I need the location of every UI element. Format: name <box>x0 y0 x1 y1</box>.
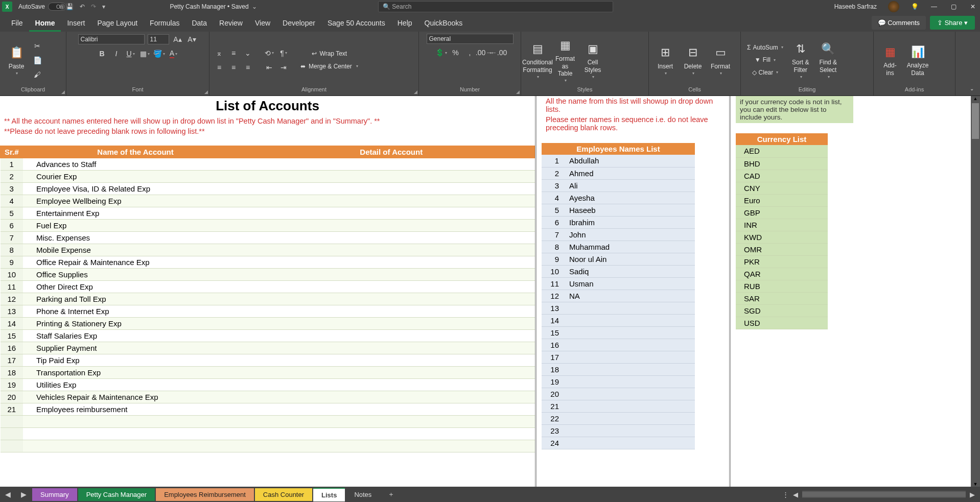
table-row[interactable]: 9Office Repair & Maintenance Exp <box>1 256 535 269</box>
table-row[interactable]: OMR <box>736 243 828 255</box>
hscroll-left-icon[interactable]: ◀ <box>793 491 798 498</box>
table-row[interactable]: INR <box>736 219 828 231</box>
table-row[interactable]: BHD <box>736 157 828 170</box>
close-icon[interactable]: ✕ <box>969 3 977 10</box>
document-title[interactable]: Petty Cash Manager • Saved <box>170 3 248 10</box>
align-left-icon[interactable]: ≡ <box>214 62 225 73</box>
table-row[interactable] <box>1 416 535 428</box>
minimize-icon[interactable]: — <box>930 3 938 10</box>
table-row[interactable]: 1Advances to Staff <box>1 158 535 171</box>
accounts-table[interactable]: Sr.# Name of the Account Detail of Accou… <box>0 146 535 452</box>
ribbon-tab-page-layout[interactable]: Page Layout <box>91 16 144 32</box>
align-center-icon[interactable]: ≡ <box>228 62 239 73</box>
direction-icon[interactable]: ¶▾ <box>278 47 289 59</box>
employees-table[interactable]: Employees Names List 1Abdullah2Ahmed3Ali… <box>542 143 695 449</box>
title-dropdown-icon[interactable]: ⌄ <box>252 3 257 10</box>
table-row[interactable]: 20 <box>542 388 695 400</box>
table-row[interactable]: 18Transportation Exp <box>1 367 535 379</box>
format-painter-icon[interactable]: 🖌 <box>32 69 43 80</box>
table-row[interactable]: 10Office Supplies <box>1 269 535 281</box>
border-icon[interactable]: ▦▾ <box>139 48 151 59</box>
table-row[interactable]: 7Misc. Expenses <box>1 232 535 244</box>
table-row[interactable]: 12Parking and Toll Exp <box>1 293 535 305</box>
user-avatar[interactable] <box>888 1 899 12</box>
table-row[interactable]: 9Noor ul Ain <box>542 253 695 265</box>
table-row[interactable]: 12NA <box>542 290 695 302</box>
table-row[interactable]: 11Other Direct Exp <box>1 281 535 293</box>
table-row[interactable]: 8Mobile Expense <box>1 244 535 256</box>
font-color-icon[interactable]: A▾ <box>168 48 179 59</box>
decrease-indent-icon[interactable]: ⇤ <box>264 62 275 73</box>
table-row[interactable]: 24 <box>542 437 695 449</box>
tab-options-icon[interactable]: ⋮ <box>782 491 789 498</box>
insert-cells-button[interactable]: ⊞Insert▾ <box>653 43 678 77</box>
collapse-ribbon-icon[interactable]: ⌄ <box>970 86 974 91</box>
delete-cells-button[interactable]: ⊟Delete▾ <box>681 43 705 77</box>
font-dialog-icon[interactable]: ◢ <box>204 89 208 94</box>
table-row[interactable]: CAD <box>736 170 828 182</box>
table-row[interactable]: 3Employee Visa, ID & Related Exp <box>1 183 535 195</box>
increase-decimal-icon[interactable]: .00→ <box>479 47 490 58</box>
table-row[interactable]: 11Usman <box>542 277 695 290</box>
comments-button[interactable]: 💬 Comments <box>872 16 926 30</box>
search-box[interactable]: 🔍 Search <box>378 1 613 12</box>
table-row[interactable]: 14Printing & Stationery Exp <box>1 318 535 330</box>
table-row[interactable]: 14 <box>542 314 695 326</box>
format-as-table-button[interactable]: ▦ Format as Table▾ <box>553 36 577 84</box>
table-row[interactable]: 23 <box>542 424 695 437</box>
fill-button[interactable]: ▼Fill▾ <box>745 55 785 64</box>
ribbon-tab-data[interactable]: Data <box>185 16 213 32</box>
table-row[interactable]: 10Sadiq <box>542 265 695 277</box>
add-sheet-button[interactable]: ＋ <box>381 488 402 501</box>
table-row[interactable]: 21Employees reimbursement <box>1 403 535 416</box>
table-row[interactable]: 20Vehicles Repair & Maintenance Exp <box>1 391 535 403</box>
sheet-tab-pcm[interactable]: Petty Cash Manager <box>78 488 155 501</box>
decrease-font-icon[interactable]: A▾ <box>186 34 198 45</box>
font-size-input[interactable] <box>148 34 169 44</box>
ribbon-tab-view[interactable]: View <box>249 16 276 32</box>
table-row[interactable]: SGD <box>736 304 828 317</box>
table-row[interactable]: 5Haseeb <box>542 204 695 216</box>
table-row[interactable] <box>1 428 535 440</box>
sort-filter-button[interactable]: ⇅Sort & Filter▾ <box>788 39 813 80</box>
table-row[interactable]: PKR <box>736 255 828 268</box>
table-row[interactable]: 16Supplier Payment <box>1 342 535 354</box>
wrap-text-button[interactable]: ↩Wrap Text <box>298 49 360 58</box>
table-row[interactable]: 7John <box>542 228 695 241</box>
table-row[interactable]: 2Ahmed <box>542 167 695 179</box>
align-top-icon[interactable]: ⌅ <box>214 47 225 59</box>
table-row[interactable]: 3Ali <box>542 179 695 192</box>
table-row[interactable]: 21 <box>542 400 695 412</box>
align-right-icon[interactable]: ≡ <box>242 62 253 73</box>
table-row[interactable]: RUB <box>736 280 828 292</box>
autosum-button[interactable]: ΣAutoSum▾ <box>745 43 785 52</box>
table-row[interactable]: 5Entertainment Exp <box>1 207 535 220</box>
table-row[interactable]: 19 <box>542 375 695 388</box>
decrease-decimal-icon[interactable]: ←.00 <box>493 47 504 58</box>
user-name[interactable]: Haseeb Sarfraz <box>834 3 877 10</box>
table-row[interactable]: 4Ayesha <box>542 192 695 204</box>
align-bottom-icon[interactable]: ⌄ <box>242 47 253 59</box>
bold-icon[interactable]: B <box>97 48 108 59</box>
table-row[interactable]: 22 <box>542 412 695 424</box>
ribbon-tab-help[interactable]: Help <box>391 16 418 32</box>
sheet-tab-reimbursement[interactable]: Employees Reimbursement <box>156 488 254 501</box>
font-name-input[interactable] <box>78 34 145 44</box>
number-dialog-icon[interactable]: ◢ <box>516 89 520 94</box>
vertical-scrollbar[interactable]: ▲ ▼ <box>971 96 980 487</box>
table-row[interactable]: 17Tip Paid Exp <box>1 354 535 367</box>
ribbon-tab-formulas[interactable]: Formulas <box>144 16 185 32</box>
hint-icon[interactable]: 💡 <box>911 3 919 10</box>
cut-icon[interactable]: ✂ <box>32 40 43 52</box>
table-row[interactable]: 17 <box>542 351 695 363</box>
table-row[interactable]: 1Abdullah <box>542 155 695 167</box>
analyze-data-button[interactable]: 📊Analyze Data <box>905 42 930 78</box>
accounting-format-icon[interactable]: 💲▾ <box>436 47 447 58</box>
align-middle-icon[interactable]: ≡ <box>228 47 239 59</box>
maximize-icon[interactable]: ▢ <box>949 3 958 10</box>
paste-button[interactable]: 📋 Paste▾ <box>4 43 29 77</box>
increase-indent-icon[interactable]: ⇥ <box>278 62 289 73</box>
orientation-icon[interactable]: ⟲▾ <box>264 47 275 59</box>
table-row[interactable] <box>1 440 535 452</box>
find-select-button[interactable]: 🔍Find & Select▾ <box>816 39 841 80</box>
